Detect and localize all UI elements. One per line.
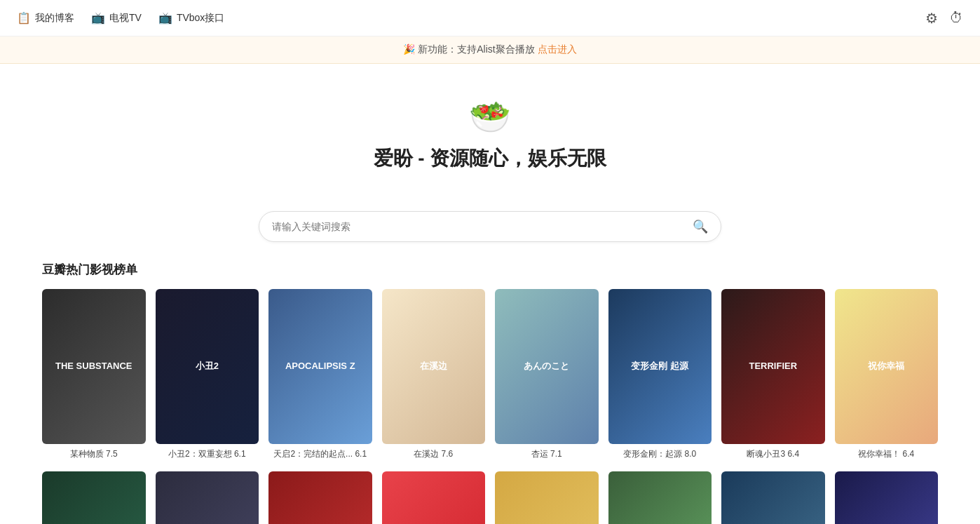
nav-tvbox-label: TVbox接口 bbox=[177, 12, 224, 25]
movie-card-m8[interactable]: 祝你幸福祝你幸福！ 6.4 bbox=[835, 289, 939, 460]
movie-card-m12[interactable]: 死侍与金刚狼死侍与金刚狼 6.9 bbox=[382, 471, 486, 524]
movie-info-m3: 天启2：完结的起点... 6.1 bbox=[268, 448, 372, 460]
movie-section: 豆瓣热门影视榜单 THE SUBSTANCE某种物质 7.5小丑2小丑2：双重妄… bbox=[0, 242, 980, 524]
movie-card-m4[interactable]: 在溪边在溪边 7.6 bbox=[382, 289, 486, 460]
poster-text-m3: APOCALIPSIS Z bbox=[268, 289, 372, 444]
movie-info-m5: 杏运 7.1 bbox=[495, 448, 599, 460]
movie-card-m6[interactable]: 变形金刚 起源变形金刚：起源 8.0 bbox=[608, 289, 712, 460]
navbar-left: 📋 我的博客 📺 电视TV 📺 TVbox接口 bbox=[17, 11, 224, 25]
nav-blog[interactable]: 📋 我的博客 bbox=[17, 11, 74, 25]
user-icon[interactable]: ⏱ bbox=[949, 10, 963, 26]
poster-text-m10: 解密 bbox=[156, 471, 259, 524]
hero-section: 🥗 爱盼 - 资源随心，娱乐无限 bbox=[0, 64, 980, 194]
site-logo: 🥗 bbox=[14, 98, 966, 137]
poster-text-m9: Flow bbox=[42, 471, 146, 524]
movie-card-m16[interactable]: 逆鳞逆鳞 5.3 bbox=[835, 471, 939, 524]
movie-card-m1[interactable]: THE SUBSTANCE某种物质 7.5 bbox=[42, 289, 146, 460]
movie-card-m5[interactable]: あんのこと杏运 7.1 bbox=[495, 289, 599, 460]
search-box: 🔍 bbox=[259, 211, 721, 242]
movie-info-m6: 变形金刚：起源 8.0 bbox=[608, 448, 712, 460]
movie-card-m7[interactable]: TERRIFIER断魂小丑3 6.4 bbox=[721, 289, 825, 460]
movie-info-m1: 某种物质 7.5 bbox=[42, 448, 146, 460]
nav-tvbox[interactable]: 📺 TVbox接口 bbox=[158, 11, 224, 25]
poster-text-m1: THE SUBSTANCE bbox=[42, 289, 146, 444]
site-title: 爱盼 - 资源随心，娱乐无限 bbox=[14, 145, 966, 172]
movie-info-m7: 断魂小丑3 6.4 bbox=[721, 448, 825, 460]
nav-tv-label: 电视TV bbox=[109, 12, 142, 25]
movie-card-m9[interactable]: Flow猫猫的奇幻漂流 8.4 bbox=[42, 471, 146, 524]
poster-text-m12: 死侍与金刚狼 bbox=[382, 471, 486, 524]
search-container: 🔍 bbox=[245, 211, 735, 242]
announcement-text: 🎉 新功能：支持Alist聚合播放 bbox=[403, 43, 534, 55]
movie-card-m10[interactable]: 解密解密 6.1 bbox=[156, 471, 259, 524]
navbar-right: ⚙ ⏱ bbox=[925, 10, 963, 27]
announcement-link[interactable]: 点击进入 bbox=[538, 43, 577, 55]
movie-info-m8: 祝你幸福！ 6.4 bbox=[835, 448, 939, 460]
movie-card-m2[interactable]: 小丑2小丑2：双重妄想 6.1 bbox=[156, 289, 259, 460]
poster-text-m4: 在溪边 bbox=[382, 289, 486, 444]
poster-text-m5: あんのこと bbox=[495, 289, 599, 444]
search-input[interactable] bbox=[272, 221, 693, 232]
blog-icon: 📋 bbox=[17, 11, 31, 25]
tvbox-icon: 📺 bbox=[158, 11, 172, 25]
poster-text-m2: 小丑2 bbox=[156, 289, 259, 444]
movie-card-m13[interactable]: LES GRAINES DU FIGUIER SAUVAGE神圣无花果之种 7.… bbox=[495, 471, 599, 524]
section-title: 豆瓣热门影视榜单 bbox=[42, 262, 938, 278]
announcement-bar: 🎉 新功能：支持Alist聚合播放 点击进入 bbox=[0, 36, 980, 64]
settings-icon[interactable]: ⚙ bbox=[925, 10, 938, 27]
poster-text-m15: 白蛇 浮生 bbox=[721, 471, 825, 524]
poster-text-m6: 变形金刚 起源 bbox=[608, 289, 712, 444]
search-icon[interactable]: 🔍 bbox=[693, 219, 708, 234]
movie-card-m3[interactable]: APOCALIPSIS Z天启2：完结的起点... 6.1 bbox=[268, 289, 372, 460]
tv-icon: 📺 bbox=[91, 11, 105, 25]
movie-card-m11[interactable]: 因果报应因果报应 8.6 bbox=[268, 471, 372, 524]
movie-card-m15[interactable]: 白蛇 浮生白蛇：浮生 7.0 bbox=[721, 471, 825, 524]
nav-blog-label: 我的博客 bbox=[35, 12, 74, 25]
movie-info-m2: 小丑2：双重妄想 6.1 bbox=[156, 448, 259, 460]
poster-text-m14: 泳者之心 bbox=[608, 471, 712, 524]
poster-text-m13: LES GRAINES DU FIGUIER SAUVAGE bbox=[495, 471, 599, 524]
nav-tv[interactable]: 📺 电视TV bbox=[91, 11, 142, 25]
poster-text-m7: TERRIFIER bbox=[721, 289, 825, 444]
movie-card-m14[interactable]: 泳者之心泳者之心 9.0 bbox=[608, 471, 712, 524]
poster-text-m16: 逆鳞 bbox=[835, 471, 939, 524]
movie-grid-row1: THE SUBSTANCE某种物质 7.5小丑2小丑2：双重妄想 6.1APOC… bbox=[42, 289, 938, 460]
poster-text-m11: 因果报应 bbox=[268, 471, 372, 524]
poster-text-m8: 祝你幸福 bbox=[835, 289, 939, 444]
movie-info-m4: 在溪边 7.6 bbox=[382, 448, 486, 460]
movie-grid-row2: Flow猫猫的奇幻漂流 8.4解密解密 6.1因果报应因果报应 8.6死侍与金刚… bbox=[42, 471, 938, 524]
navbar: 📋 我的博客 📺 电视TV 📺 TVbox接口 ⚙ ⏱ bbox=[0, 0, 980, 36]
